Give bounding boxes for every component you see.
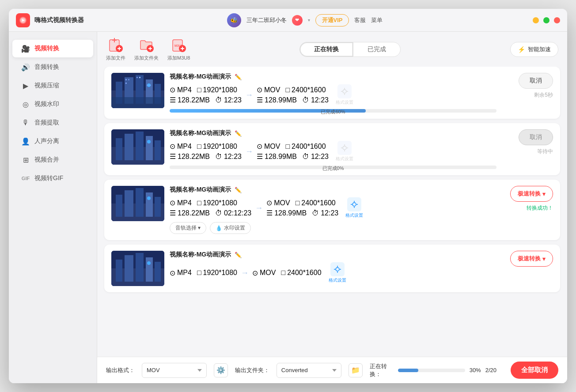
file-item-4-top: 视频名称-MG动画演示 ✏️ ⊙ MP4 □ 1920*1080 (111, 251, 553, 286)
format-settings-1[interactable]: 格式设置 (336, 84, 353, 106)
sidebar-label-audio-extract: 音频提取 (34, 119, 59, 127)
smart-accel-button[interactable]: ⚡ 智能加速 (510, 42, 558, 57)
video-merge-icon: ⊞ (21, 155, 30, 164)
app-branding: 嗨格式视频转换器 (16, 13, 84, 27)
service-button[interactable]: 客服 (354, 16, 366, 24)
output-folder-select[interactable]: Converted (277, 363, 341, 378)
sidebar: 🎥 视频转换 🔊 音频转换 ▶ 视频压缩 ◎ 视频水印 🎙 音频提取 👤 人 (9, 32, 97, 383)
svg-rect-49 (146, 192, 153, 217)
file-thumbnail-4 (111, 251, 164, 286)
converting-label: 正在转换： (370, 362, 394, 378)
svg-point-60 (147, 261, 151, 265)
tab-done[interactable]: 已完成 (353, 42, 401, 57)
file-name-row-4: 视频名称-MG动画演示 ✏️ (170, 251, 496, 259)
sidebar-item-audio-extract[interactable]: 🎙 音频提取 (12, 114, 93, 132)
sidebar-label-watermark: 视频水印 (34, 100, 59, 108)
sidebar-item-video-compress[interactable]: ▶ 视频压缩 (12, 77, 93, 94)
file-meta-rows: ⊙ MP4 □ 1920*1080 ☰ 128.22MB ⏱ 12:23 → (170, 84, 496, 106)
fast-convert-button-4[interactable]: 极速转换 ▾ (510, 251, 553, 267)
format-settings-icon-3 (347, 197, 361, 211)
sidebar-label-video-convert: 视频转换 (34, 45, 59, 53)
svg-rect-58 (146, 257, 153, 282)
file-list: 视频名称-MG动画演示 ✏️ ⊙ MP4 □ 1920*1080 (97, 67, 567, 357)
src-format-4: ⊙ MP4 (170, 269, 192, 277)
add-folder-button[interactable]: 添加文件夹 (134, 37, 159, 61)
svg-rect-41 (155, 140, 161, 160)
cancel-all-button[interactable]: 全部取消 (511, 362, 558, 379)
format-settings-gear[interactable]: ⚙️ (214, 363, 228, 377)
src-size: ☰ 128.22MB (170, 96, 210, 104)
sidebar-item-watermark[interactable]: ◎ 视频水印 (12, 95, 93, 113)
dst-format-2: ⊙ MOV (257, 142, 280, 151)
file-name-row-2: 视频名称-MG动画演示 ✏️ (170, 129, 496, 137)
folder-open-icon[interactable]: 📁 (349, 363, 363, 377)
fast-convert-button-3[interactable]: 极速转换 ▾ (510, 186, 553, 202)
convert-arrow: → (242, 90, 257, 100)
menu-button[interactable]: 菜单 (371, 16, 383, 24)
edit-icon-3[interactable]: ✏️ (235, 187, 242, 193)
file-actions-2: 取消 等待中 (509, 129, 553, 155)
svg-point-61 (336, 268, 339, 271)
add-folder-label: 添加文件夹 (134, 55, 159, 61)
sidebar-item-video-convert[interactable]: 🎥 视频转换 (12, 40, 93, 57)
format-settings-4[interactable]: 格式设置 (329, 262, 346, 283)
cancel-button-2[interactable]: 取消 (519, 129, 553, 145)
app-title: 嗨格式视频转换器 (34, 16, 84, 24)
video-compress-icon: ▶ (21, 81, 30, 90)
dst-meta-3: ⊙ MOV □ 2400*1600 ☰ 128.99MB ⏱ 12:23 (266, 199, 338, 217)
sidebar-item-video-to-gif[interactable]: GIF 视频转GIF (12, 170, 93, 187)
file-thumbnail-3 (111, 186, 164, 221)
svg-point-43 (343, 146, 346, 150)
src-resolution-4: □ 1920*1080 (197, 269, 237, 277)
sidebar-label-audio-convert: 音频转换 (34, 63, 59, 71)
svg-rect-38 (125, 134, 133, 160)
add-m3u8-button[interactable]: M3U8 添加M3U8 (167, 37, 190, 61)
lightning-icon: ⚡ (518, 46, 525, 53)
edit-icon-2[interactable]: ✏️ (235, 130, 242, 137)
svg-rect-28 (128, 79, 129, 80)
convert-arrow-3: → (251, 204, 266, 213)
svg-rect-29 (125, 83, 127, 84)
svg-point-52 (352, 203, 356, 206)
vip-button[interactable]: 开通VIP (315, 14, 349, 26)
src-format: ⊙ MP4 (170, 86, 192, 94)
svg-point-51 (147, 196, 151, 200)
dst-resolution-2: □ 2400*1600 (285, 143, 326, 151)
close-button[interactable]: ✕ (554, 17, 560, 23)
file-name-2: 视频名称-MG动画演示 (170, 129, 231, 137)
format-settings-icon-2 (337, 141, 352, 155)
src-meta-3: ⊙ MP4 □ 1920*1080 ☰ 128.22MB ⏱ 02:12:23 (170, 199, 251, 217)
file-name-row-3: 视频名称-MG动画演示 ✏️ (170, 186, 496, 194)
dst-meta: ⊙ MOV □ 2400*1600 ☰ 128.99MB ⏱ 12:23 (257, 86, 329, 104)
src-resolution-3: □ 1920*1080 (197, 199, 237, 207)
progress-percentage: 30% (470, 367, 481, 373)
file-item: 视频名称-MG动画演示 ✏️ ⊙ MP4 □ 1920*1080 (104, 67, 560, 119)
cancel-button-1[interactable]: 取消 (519, 73, 553, 89)
minimize-button[interactable]: — (533, 17, 539, 23)
edit-icon[interactable]: ✏️ (235, 74, 242, 80)
add-file-icon (108, 37, 124, 53)
add-file-button[interactable]: 添加文件 (106, 37, 125, 61)
src-resolution: □ 1920*1080 (197, 86, 237, 94)
format-settings-2[interactable]: 格式设置 (336, 141, 353, 162)
src-size-2: ☰ 128.22MB (170, 152, 210, 161)
svg-point-34 (343, 90, 346, 93)
maximize-button[interactable]: □ (543, 17, 549, 23)
src-time: ⏱ 12:23 (215, 96, 242, 104)
file-actions-4: 极速转换 ▾ (509, 251, 553, 267)
edit-icon-4[interactable]: ✏️ (235, 252, 242, 258)
sidebar-item-audio-convert[interactable]: 🔊 音频转换 (12, 58, 93, 76)
dst-time: ⏱ 12:23 (302, 96, 329, 104)
audio-track-button[interactable]: 音轨选择 ▾ (170, 222, 206, 234)
format-settings-3[interactable]: 格式设置 (345, 197, 363, 219)
dst-top-row: ⊙ MOV □ 2400*1600 (257, 86, 329, 94)
output-format-select[interactable]: MOV (142, 363, 207, 378)
user-dropdown-arrow[interactable]: ▾ (308, 18, 310, 23)
user-name: 三年二班邱小冬 (246, 16, 287, 24)
watermark-button[interactable]: 💧 水印设置 (210, 222, 251, 234)
file-item-3-top: 视频名称-MG动画演示 ✏️ ⊙ MP4 □ 1920*1080 (111, 186, 553, 234)
fast-convert-arrow-4: ▾ (542, 256, 546, 262)
tab-converting[interactable]: 正在转换 (299, 42, 353, 57)
sidebar-item-vocal-separate[interactable]: 👤 人声分离 (12, 132, 93, 150)
sidebar-item-video-merge[interactable]: ⊞ 视频合并 (12, 151, 93, 169)
